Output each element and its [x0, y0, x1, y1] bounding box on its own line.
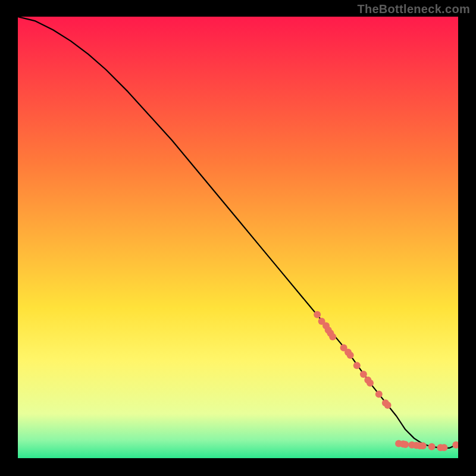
chart-svg: [18, 17, 458, 458]
data-point: [347, 352, 354, 359]
data-point: [402, 441, 409, 448]
data-point: [367, 380, 374, 387]
data-point: [428, 443, 436, 450]
chart-stage: TheBottleneck.com: [0, 0, 476, 476]
watermark-text: TheBottleneck.com: [357, 2, 470, 16]
data-point: [329, 333, 336, 340]
data-point: [384, 402, 392, 409]
data-point: [440, 444, 447, 451]
gradient-background: [18, 17, 458, 458]
chart-plot: [18, 17, 458, 458]
data-point: [353, 362, 361, 369]
data-point: [360, 371, 367, 378]
data-point: [314, 311, 321, 318]
data-point: [419, 442, 427, 449]
data-point: [375, 390, 383, 397]
